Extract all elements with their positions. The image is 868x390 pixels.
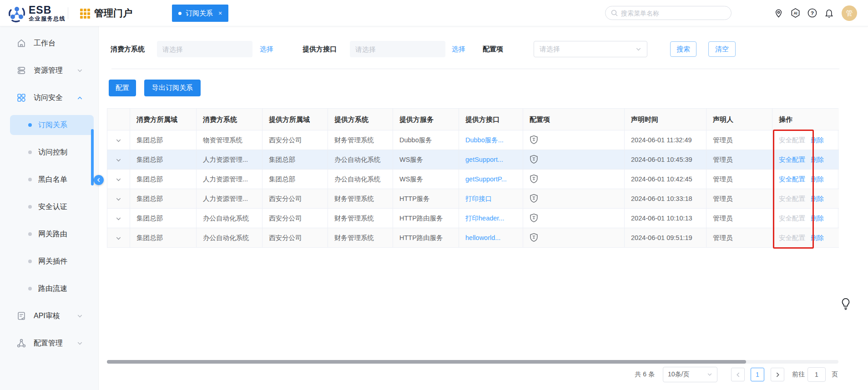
- topbar: ESB 企业服务总线 管理门户 订阅关系 ×: [0, 0, 868, 26]
- consumer-system-cell: 办公自动化系统: [197, 209, 262, 228]
- menu-search-input[interactable]: [621, 10, 726, 17]
- total-count: 共 6 条: [635, 370, 655, 379]
- shield-icon[interactable]: [530, 194, 538, 203]
- sidebar-collapse-button[interactable]: [94, 175, 104, 185]
- config-item-placeholder: 请选择: [540, 45, 636, 54]
- bullet-dot-icon: [28, 178, 32, 181]
- sidebar-subitem-subscription-relations[interactable]: 订阅关系: [10, 115, 94, 135]
- portal-title: 管理门户: [79, 0, 132, 26]
- delete-link[interactable]: 删除: [811, 175, 824, 183]
- sidebar-item-label: API审核: [34, 311, 60, 321]
- shield-icon[interactable]: [530, 135, 538, 145]
- expand-row-icon[interactable]: [116, 157, 121, 163]
- help-icon[interactable]: ?: [807, 8, 818, 18]
- column-header: 提供方服务: [393, 109, 459, 130]
- sidebar-subitem-access-control[interactable]: 访问控制: [0, 142, 98, 162]
- shield-icon[interactable]: [530, 213, 538, 223]
- shield-icon[interactable]: [530, 155, 538, 164]
- security-config-link[interactable]: 安全配置: [779, 156, 805, 163]
- sidebar-subitem-route-rate[interactable]: 路由流速: [0, 279, 98, 299]
- export-subscriptions-button[interactable]: 导出订阅关系: [144, 80, 201, 96]
- table-row: 集团总部办公自动化系统西安分公司财务管理系统HTTP路由服务helloworld…: [107, 228, 838, 248]
- provider-service-cell: WS服务: [393, 150, 459, 170]
- expand-row-icon[interactable]: [116, 216, 121, 222]
- consumer-pick-link[interactable]: 选择: [260, 41, 273, 57]
- goto-page-input[interactable]: [807, 367, 826, 382]
- horizontal-scrollbar-track[interactable]: [107, 360, 838, 364]
- security-config-link: 安全配置: [779, 195, 805, 202]
- expand-cell[interactable]: [107, 130, 130, 150]
- sidebar-subitem-gateway-plugin[interactable]: 网关插件: [0, 251, 98, 271]
- location-pin-icon[interactable]: [773, 8, 784, 18]
- provider-interface-input[interactable]: [350, 41, 445, 57]
- provider-pick-link[interactable]: 选择: [452, 41, 465, 57]
- portal-name: 管理门户: [94, 7, 132, 20]
- column-header: 配置项: [523, 109, 625, 130]
- sidebar-item-resource-management[interactable]: 资源管理: [0, 60, 98, 80]
- expand-row-icon[interactable]: [116, 196, 121, 202]
- provider-interface-link[interactable]: Dubbo服务...: [465, 136, 504, 144]
- tab-subscription-relations[interactable]: 订阅关系 ×: [172, 5, 228, 22]
- menu-search[interactable]: [605, 6, 732, 20]
- clear-button[interactable]: 清空: [708, 41, 736, 57]
- consumer-domain-cell: 集团总部: [130, 150, 197, 170]
- delete-link[interactable]: 删除: [811, 215, 824, 222]
- shield-icon[interactable]: [530, 233, 538, 242]
- provider-interface-link[interactable]: getSupport...: [465, 156, 503, 163]
- chevron-down-icon: [707, 372, 712, 377]
- lightbulb-icon[interactable]: [839, 297, 852, 311]
- consumer-system-cell: 人力资源管理...: [197, 170, 262, 189]
- expand-row-icon[interactable]: [116, 138, 121, 144]
- delete-link[interactable]: 删除: [811, 195, 824, 202]
- operations-cell: 安全配置删除: [772, 209, 839, 228]
- sidebar-item-workbench[interactable]: 工作台: [0, 33, 98, 53]
- avatar[interactable]: 管: [842, 5, 857, 21]
- provider-domain-cell: 集团总部: [262, 150, 328, 170]
- provider-system-cell: 办公自动化系统: [328, 150, 393, 170]
- current-page-button[interactable]: 1: [751, 368, 764, 381]
- sidebar-item-api-audit[interactable]: API审核: [0, 306, 98, 326]
- provider-interface-link[interactable]: 打印接口: [465, 195, 492, 202]
- sidebar-item-access-security[interactable]: 访问安全: [0, 88, 98, 108]
- sidebar-subitem-label: 访问控制: [38, 148, 67, 157]
- table-body: 集团总部物资管理系统西安分公司财务管理系统Dubbo服务Dubbo服务...20…: [107, 130, 838, 248]
- expand-row-icon[interactable]: [116, 177, 121, 183]
- sidebar-subitem-security-auth[interactable]: 安全认证: [0, 197, 98, 217]
- consumer-system-cell: 物资管理系统: [197, 130, 262, 150]
- shield-icon[interactable]: [530, 174, 538, 184]
- pagination: 共 6 条 10条/页 1 前往 页: [635, 367, 838, 382]
- expand-cell[interactable]: [107, 209, 130, 228]
- prev-page-button[interactable]: [731, 368, 745, 381]
- table-header-row: 消费方所属域消费方系统提供方所属域提供方系统提供方服务提供方接口配置项声明时间声…: [107, 109, 838, 130]
- delete-link[interactable]: 删除: [811, 136, 824, 144]
- tab-close-icon[interactable]: ×: [218, 10, 222, 17]
- sidebar-item-config-management[interactable]: 配置管理: [0, 333, 98, 353]
- expand-cell[interactable]: [107, 150, 130, 170]
- provider-interface-link[interactable]: helloworld...: [465, 234, 500, 241]
- bell-icon[interactable]: [824, 8, 834, 18]
- provider-domain-cell: 西安分公司: [262, 189, 328, 209]
- sidebar-subitem-label: 路由流速: [38, 284, 67, 294]
- ai-assistant-icon[interactable]: AI: [790, 8, 801, 18]
- expand-cell[interactable]: [107, 189, 130, 209]
- provider-interface-link[interactable]: 打印header...: [465, 215, 504, 222]
- delete-link[interactable]: 删除: [811, 156, 824, 163]
- search-button[interactable]: 搜索: [670, 41, 696, 57]
- expand-row-icon[interactable]: [116, 235, 121, 241]
- page-size-value: 10条/页: [668, 370, 707, 379]
- security-config-link[interactable]: 安全配置: [779, 175, 805, 183]
- page-size-select[interactable]: 10条/页: [663, 367, 717, 382]
- sidebar-subitem-gateway-route[interactable]: 网关路由: [0, 224, 98, 244]
- expand-cell[interactable]: [107, 228, 130, 248]
- config-item-select[interactable]: 请选择: [534, 41, 647, 57]
- sidebar-subitem-black-white-list[interactable]: 黑白名单: [0, 170, 98, 190]
- consumer-system-input[interactable]: [157, 41, 252, 57]
- chevron-left-icon: [96, 178, 101, 182]
- next-page-button[interactable]: [771, 368, 784, 381]
- sidebar-scrollbar-thumb[interactable]: [91, 129, 94, 185]
- provider-interface-link[interactable]: getSupportP...: [465, 175, 507, 183]
- expand-cell[interactable]: [107, 170, 130, 189]
- delete-link[interactable]: 删除: [811, 234, 824, 241]
- horizontal-scrollbar-thumb[interactable]: [107, 360, 746, 364]
- configure-button[interactable]: 配置: [109, 80, 136, 96]
